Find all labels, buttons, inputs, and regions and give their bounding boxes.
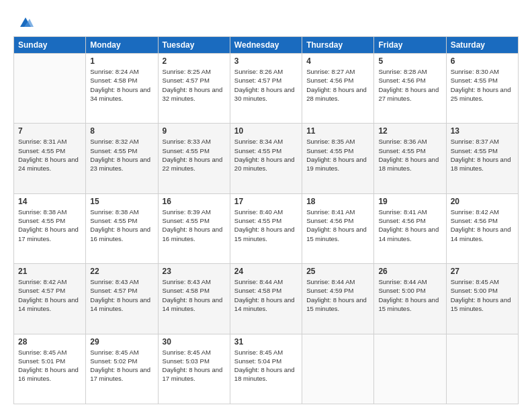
cell-date: 29	[90, 337, 153, 347]
calendar-cell: 30 Sunrise: 8:45 AM Sunset: 5:03 PM Dayl…	[158, 334, 230, 404]
calendar-cell: 31 Sunrise: 8:45 AM Sunset: 5:04 PM Dayl…	[230, 334, 302, 404]
cell-date: 1	[90, 56, 153, 66]
cell-date: 18	[306, 197, 369, 206]
cell-date: 9	[163, 126, 226, 136]
cell-info: Sunrise: 8:41 AM Sunset: 4:56 PM Dayligh…	[378, 208, 441, 243]
cell-info: Sunrise: 8:28 AM Sunset: 4:56 PM Dayligh…	[378, 67, 441, 103]
calendar-cell	[446, 334, 518, 404]
calendar-cell: 28 Sunrise: 8:45 AM Sunset: 5:01 PM Dayl…	[14, 334, 86, 404]
cell-date: 13	[451, 126, 514, 136]
calendar-cell: 8 Sunrise: 8:32 AM Sunset: 4:55 PM Dayli…	[86, 124, 158, 193]
cell-info: Sunrise: 8:42 AM Sunset: 4:56 PM Dayligh…	[451, 208, 514, 243]
cell-info: Sunrise: 8:35 AM Sunset: 4:55 PM Dayligh…	[306, 137, 369, 173]
cell-info: Sunrise: 8:38 AM Sunset: 4:55 PM Dayligh…	[18, 208, 81, 243]
cell-info: Sunrise: 8:39 AM Sunset: 4:55 PM Dayligh…	[163, 208, 226, 243]
cell-info: Sunrise: 8:37 AM Sunset: 4:55 PM Dayligh…	[451, 137, 514, 173]
cell-date: 6	[451, 56, 514, 66]
cell-date: 19	[378, 197, 441, 206]
cell-date: 21	[18, 267, 81, 276]
calendar-cell: 27 Sunrise: 8:45 AM Sunset: 5:00 PM Dayl…	[446, 264, 518, 334]
cell-date: 11	[306, 126, 369, 136]
cell-date: 4	[306, 56, 369, 66]
cell-info: Sunrise: 8:26 AM Sunset: 4:57 PM Dayligh…	[234, 67, 298, 103]
calendar-cell: 10 Sunrise: 8:34 AM Sunset: 4:55 PM Dayl…	[230, 124, 302, 193]
cell-info: Sunrise: 8:40 AM Sunset: 4:55 PM Dayligh…	[234, 208, 298, 243]
calendar-cell: 15 Sunrise: 8:38 AM Sunset: 4:55 PM Dayl…	[86, 193, 158, 263]
header	[13, 12, 519, 31]
cell-info: Sunrise: 8:24 AM Sunset: 4:58 PM Dayligh…	[90, 67, 153, 103]
calendar-cell: 13 Sunrise: 8:37 AM Sunset: 4:55 PM Dayl…	[446, 124, 518, 193]
cell-info: Sunrise: 8:36 AM Sunset: 4:55 PM Dayligh…	[378, 137, 441, 173]
cell-info: Sunrise: 8:44 AM Sunset: 5:00 PM Dayligh…	[378, 277, 441, 313]
calendar-cell: 20 Sunrise: 8:42 AM Sunset: 4:56 PM Dayl…	[446, 193, 518, 263]
calendar-cell: 25 Sunrise: 8:44 AM Sunset: 4:59 PM Dayl…	[302, 264, 374, 334]
cell-info: Sunrise: 8:30 AM Sunset: 4:55 PM Dayligh…	[451, 67, 514, 103]
cell-date: 26	[378, 267, 441, 276]
calendar-cell: 24 Sunrise: 8:44 AM Sunset: 4:58 PM Dayl…	[230, 264, 302, 334]
calendar-cell: 23 Sunrise: 8:43 AM Sunset: 4:58 PM Dayl…	[158, 264, 230, 334]
cell-date: 10	[234, 126, 298, 136]
cell-date: 7	[18, 126, 81, 136]
cell-date: 3	[234, 56, 298, 66]
day-header-saturday: Saturday	[446, 37, 518, 54]
cell-date: 2	[163, 56, 226, 66]
day-header-wednesday: Wednesday	[230, 37, 302, 54]
cell-date: 16	[163, 197, 226, 206]
cell-info: Sunrise: 8:44 AM Sunset: 4:59 PM Dayligh…	[306, 277, 369, 313]
cell-date: 22	[90, 267, 153, 276]
cell-info: Sunrise: 8:41 AM Sunset: 4:56 PM Dayligh…	[306, 208, 369, 243]
calendar-cell	[302, 334, 374, 404]
cell-info: Sunrise: 8:43 AM Sunset: 4:57 PM Dayligh…	[90, 277, 153, 313]
calendar-cell: 9 Sunrise: 8:33 AM Sunset: 4:55 PM Dayli…	[158, 124, 230, 193]
calendar-cell: 11 Sunrise: 8:35 AM Sunset: 4:55 PM Dayl…	[302, 124, 374, 193]
day-header-monday: Monday	[86, 37, 158, 54]
cell-info: Sunrise: 8:25 AM Sunset: 4:57 PM Dayligh…	[163, 67, 226, 103]
calendar-week-row: 21 Sunrise: 8:42 AM Sunset: 4:57 PM Dayl…	[14, 264, 519, 334]
calendar-header-row: SundayMondayTuesdayWednesdayThursdayFrid…	[14, 37, 519, 54]
cell-info: Sunrise: 8:45 AM Sunset: 5:01 PM Dayligh…	[18, 348, 81, 383]
cell-date: 20	[451, 197, 514, 206]
calendar-cell: 29 Sunrise: 8:45 AM Sunset: 5:02 PM Dayl…	[86, 334, 158, 404]
cell-date: 14	[18, 197, 81, 206]
cell-info: Sunrise: 8:45 AM Sunset: 5:00 PM Dayligh…	[451, 277, 514, 313]
calendar-cell: 14 Sunrise: 8:38 AM Sunset: 4:55 PM Dayl…	[14, 193, 86, 263]
cell-date: 12	[378, 126, 441, 136]
calendar-cell	[374, 334, 446, 404]
calendar-week-row: 7 Sunrise: 8:31 AM Sunset: 4:55 PM Dayli…	[14, 124, 519, 193]
cell-date: 24	[234, 267, 298, 276]
calendar-cell: 19 Sunrise: 8:41 AM Sunset: 4:56 PM Dayl…	[374, 193, 446, 263]
cell-info: Sunrise: 8:45 AM Sunset: 5:02 PM Dayligh…	[90, 348, 153, 383]
calendar-cell: 17 Sunrise: 8:40 AM Sunset: 4:55 PM Dayl…	[230, 193, 302, 263]
cell-info: Sunrise: 8:45 AM Sunset: 5:04 PM Dayligh…	[234, 348, 298, 383]
calendar-cell: 16 Sunrise: 8:39 AM Sunset: 4:55 PM Dayl…	[158, 193, 230, 263]
calendar-cell: 26 Sunrise: 8:44 AM Sunset: 5:00 PM Dayl…	[374, 264, 446, 334]
calendar-week-row: 1 Sunrise: 8:24 AM Sunset: 4:58 PM Dayli…	[14, 54, 519, 124]
cell-date: 5	[378, 56, 441, 66]
day-header-friday: Friday	[374, 37, 446, 54]
cell-date: 8	[90, 126, 153, 136]
page: SundayMondayTuesdayWednesdayThursdayFrid…	[0, 0, 532, 411]
logo-icon	[16, 12, 35, 31]
day-header-tuesday: Tuesday	[158, 37, 230, 54]
calendar-cell: 21 Sunrise: 8:42 AM Sunset: 4:57 PM Dayl…	[14, 264, 86, 334]
cell-date: 31	[234, 337, 298, 347]
cell-info: Sunrise: 8:44 AM Sunset: 4:58 PM Dayligh…	[234, 277, 298, 313]
calendar-cell: 3 Sunrise: 8:26 AM Sunset: 4:57 PM Dayli…	[230, 54, 302, 124]
logo	[13, 12, 35, 31]
day-header-sunday: Sunday	[14, 37, 86, 54]
day-header-thursday: Thursday	[302, 37, 374, 54]
cell-info: Sunrise: 8:42 AM Sunset: 4:57 PM Dayligh…	[18, 277, 81, 313]
calendar-cell: 2 Sunrise: 8:25 AM Sunset: 4:57 PM Dayli…	[158, 54, 230, 124]
cell-date: 17	[234, 197, 298, 206]
cell-info: Sunrise: 8:43 AM Sunset: 4:58 PM Dayligh…	[163, 277, 226, 313]
cell-info: Sunrise: 8:31 AM Sunset: 4:55 PM Dayligh…	[18, 137, 81, 173]
cell-date: 15	[90, 197, 153, 206]
cell-date: 23	[163, 267, 226, 276]
calendar-cell: 5 Sunrise: 8:28 AM Sunset: 4:56 PM Dayli…	[374, 54, 446, 124]
cell-date: 28	[18, 337, 81, 347]
cell-date: 25	[306, 267, 369, 276]
cell-info: Sunrise: 8:45 AM Sunset: 5:03 PM Dayligh…	[163, 348, 226, 383]
calendar-cell: 18 Sunrise: 8:41 AM Sunset: 4:56 PM Dayl…	[302, 193, 374, 263]
cell-info: Sunrise: 8:27 AM Sunset: 4:56 PM Dayligh…	[306, 67, 369, 103]
calendar-cell: 4 Sunrise: 8:27 AM Sunset: 4:56 PM Dayli…	[302, 54, 374, 124]
